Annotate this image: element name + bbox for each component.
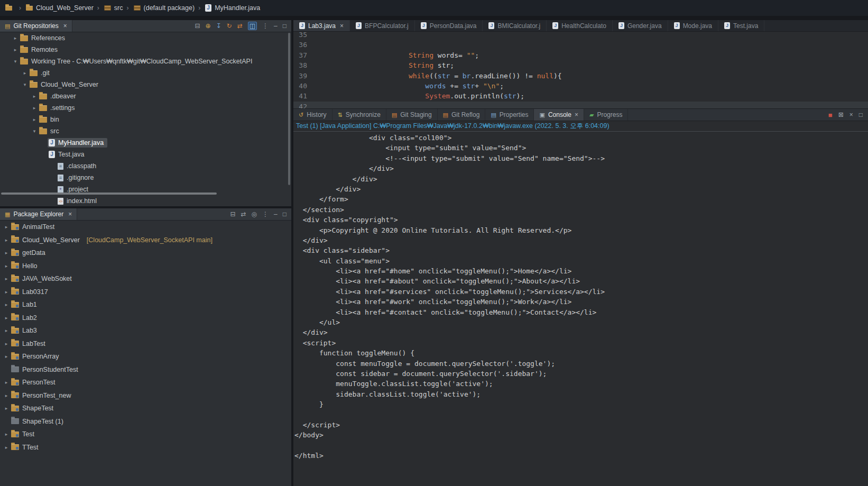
tree-item[interactable]: MyHandler.java: [0, 137, 291, 149]
editor-tab[interactable]: BMICalculator.j: [483, 20, 547, 31]
breadcrumb-item[interactable]: (default package) ›: [133, 4, 205, 12]
expand-arrow-icon[interactable]: ▸: [12, 35, 19, 41]
view-tab[interactable]: ↺ History: [293, 109, 333, 121]
editor-tab[interactable]: HealthCalculato: [547, 20, 613, 31]
tree-item[interactable]: .classpath: [0, 160, 291, 172]
project-item[interactable]: ▸ Cloud_Web_Server [CloudCamp_WebServer_…: [0, 234, 291, 247]
horizontal-scrollbar[interactable]: [1, 192, 217, 195]
project-item[interactable]: ▸ Hello: [0, 260, 291, 273]
view-tab[interactable]: ▤ Git Staging: [386, 109, 438, 121]
tree-item[interactable]: .gitignore: [0, 172, 291, 184]
expand-arrow-icon[interactable]: ▸: [3, 432, 10, 437]
expand-arrow-icon[interactable]: ▾: [31, 129, 38, 134]
project-item[interactable]: ▸ TTest: [0, 441, 291, 454]
project-item[interactable]: ▸ Lab1: [0, 298, 291, 311]
tree-item[interactable]: ▸ .settings: [0, 102, 291, 114]
expand-arrow-icon[interactable]: ▸: [3, 289, 10, 295]
switch-branch-icon[interactable]: ⇄: [237, 22, 243, 30]
expand-arrow-icon[interactable]: ▸: [3, 445, 10, 450]
terminate-icon[interactable]: ■: [828, 111, 833, 119]
editor-tab[interactable]: BFPCalculator.j: [350, 20, 415, 31]
expand-arrow-icon[interactable]: ▸: [3, 380, 10, 385]
view-tab[interactable]: ▣ Console: [534, 109, 584, 121]
editor-tab[interactable]: Lab3.java: [293, 20, 350, 31]
view-tab[interactable]: ▤ Properties: [485, 109, 534, 121]
expand-arrow-icon[interactable]: ▸: [3, 393, 10, 398]
view-tab[interactable]: ▤ Git Reflog: [438, 109, 486, 121]
link-with-selection-icon[interactable]: ◫: [248, 22, 257, 30]
tree-item[interactable]: ▸ References: [0, 32, 291, 44]
tree-item[interactable]: ▸ .dbeaver: [0, 90, 291, 102]
tree-item[interactable]: Test.java: [0, 149, 291, 160]
expand-arrow-icon[interactable]: ▸: [3, 315, 10, 320]
git-repositories-view-tab[interactable]: ▤ Git Repositories ×: [0, 20, 72, 32]
view-menu-icon[interactable]: ⋮: [262, 22, 269, 30]
tree-item[interactable]: ▾ src: [0, 125, 291, 137]
maximize-icon[interactable]: □: [283, 22, 287, 30]
focus-icon[interactable]: ◎: [252, 210, 257, 218]
breadcrumb-item[interactable]: MyHandler.java: [204, 4, 267, 12]
close-icon[interactable]: [340, 22, 344, 30]
project-item[interactable]: ▸ PersonArray: [0, 350, 291, 363]
expand-arrow-icon[interactable]: ▸: [3, 250, 10, 255]
project-item[interactable]: ▸ PersonTest_new: [0, 389, 291, 402]
console-process-label[interactable]: Test (1) [Java Application] C:₩Program F…: [293, 121, 868, 132]
add-repository-icon[interactable]: ⊕: [205, 22, 210, 30]
project-item[interactable]: ▸ Lab3: [0, 324, 291, 337]
expand-arrow-icon[interactable]: ▸: [31, 94, 38, 99]
console-output[interactable]: <div class="col100"> <input type="submit…: [293, 132, 868, 486]
maximize-icon[interactable]: □: [859, 111, 863, 118]
expand-arrow-icon[interactable]: ▸: [3, 224, 10, 230]
expand-arrow-icon[interactable]: ▸: [3, 341, 10, 346]
project-item[interactable]: ▸ ShapeTest: [0, 402, 291, 415]
editor-tab[interactable]: PersonData.java: [415, 20, 483, 31]
editor-tab[interactable]: Gender.java: [613, 20, 668, 31]
package-explorer-view-tab[interactable]: ▦ Package Explorer ×: [0, 208, 77, 220]
expand-arrow-icon[interactable]: ▸: [3, 406, 10, 411]
collapse-all-icon[interactable]: ⊟: [195, 22, 200, 30]
project-item[interactable]: ▸ JAVA_WebSoket: [0, 272, 291, 286]
project-item[interactable]: PersonStudentTest: [0, 363, 291, 377]
expand-arrow-icon[interactable]: ▸: [3, 302, 10, 307]
expand-arrow-icon[interactable]: ▸: [31, 117, 38, 122]
close-icon[interactable]: ×: [68, 210, 72, 218]
refresh-icon[interactable]: ↻: [227, 22, 232, 30]
expand-arrow-icon[interactable]: ▾: [21, 82, 29, 87]
clone-repository-icon[interactable]: ↧: [216, 22, 221, 30]
project-item[interactable]: ▸ AnimalTest: [0, 221, 291, 234]
tree-item[interactable]: ▸ Remotes: [0, 44, 291, 56]
maximize-icon[interactable]: □: [283, 210, 287, 218]
project-item[interactable]: ShapeTest (1): [0, 415, 291, 428]
expand-arrow-icon[interactable]: ▸: [3, 237, 10, 243]
expand-arrow-icon[interactable]: ▸: [21, 70, 29, 76]
expand-arrow-icon[interactable]: ▾: [12, 59, 19, 64]
vertical-scrollbar[interactable]: [288, 33, 290, 185]
close-icon[interactable]: [575, 111, 578, 118]
link-with-editor-icon[interactable]: ⇄: [241, 210, 246, 218]
project-item[interactable]: ▸ Lab2: [0, 311, 291, 325]
editor-tab[interactable]: Mode.java: [668, 20, 718, 31]
breadcrumb-item[interactable]: src ›: [103, 4, 133, 12]
tree-item[interactable]: ▾ Cloud_Web_Server: [0, 79, 291, 90]
tree-item[interactable]: index.html: [0, 195, 291, 206]
code-editor[interactable]: 35 String words= ""; 36 String str;: [293, 32, 868, 108]
minimize-icon[interactable]: –: [274, 210, 278, 218]
editor-tab[interactable]: Test.java: [718, 20, 764, 31]
project-item[interactable]: ▸ getData: [0, 246, 291, 260]
expand-arrow-icon[interactable]: ▸: [12, 47, 19, 52]
tree-item[interactable]: ▸ bin: [0, 114, 291, 125]
view-tab[interactable]: ⇅ Synchronize: [333, 109, 386, 121]
expand-arrow-icon[interactable]: ▸: [3, 354, 10, 359]
collapse-all-icon[interactable]: ⊟: [230, 210, 235, 218]
tree-item[interactable]: ▾ Working Tree - C:₩Users₩qnftk₩git₩Clou…: [0, 56, 291, 67]
minimize-icon[interactable]: –: [274, 22, 278, 30]
close-icon[interactable]: ×: [63, 22, 67, 30]
remove-launch-icon[interactable]: ⊠: [838, 111, 844, 118]
expand-arrow-icon[interactable]: ▸: [3, 328, 10, 333]
project-item[interactable]: ▸ Lab0317: [0, 286, 291, 299]
breadcrumb-item[interactable]: Cloud_Web_Server ›: [25, 4, 103, 12]
expand-arrow-icon[interactable]: ▸: [3, 276, 10, 281]
project-item[interactable]: ▸ LabTest: [0, 337, 291, 351]
expand-arrow-icon[interactable]: ▸: [31, 105, 38, 111]
expand-arrow-icon[interactable]: ▸: [3, 263, 10, 269]
